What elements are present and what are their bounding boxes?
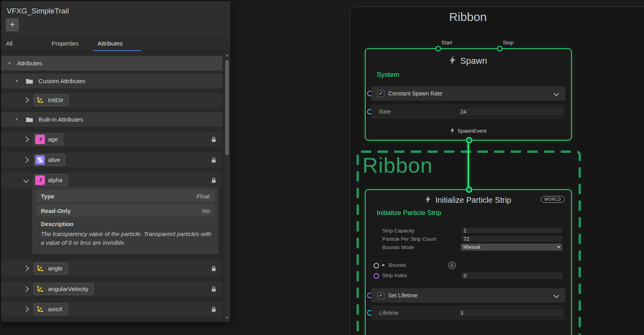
system-name-label[interactable]: Ribbon (362, 153, 433, 177)
attribute-chip[interactable]: alive (34, 154, 65, 166)
float-type-icon: .f (35, 135, 45, 144)
world-space-badge[interactable]: WORLD (541, 196, 565, 203)
type-value: Float (197, 193, 210, 200)
foldout-open-icon[interactable]: ▼ (8, 61, 12, 65)
foldout-open-icon[interactable]: ▼ (15, 79, 19, 83)
tree-row-initdir[interactable]: InitDir (1, 93, 222, 107)
stop-flow-port[interactable] (497, 46, 502, 51)
initialize-context-label: Initialize Particle Strip (377, 209, 441, 217)
rate-label: Rate (379, 108, 391, 115)
bounds-port[interactable] (374, 263, 379, 268)
lock-icon (211, 157, 216, 165)
lock-icon (211, 136, 216, 144)
initialize-particle-strip-node[interactable]: Initialize Particle Strip WORLD Initiali… (365, 189, 572, 335)
dropdown-arrow-icon (557, 246, 560, 248)
particle-per-strip-row: Particle Per Strip Count (371, 235, 565, 243)
scroll-up-icon[interactable]: ▲ (224, 53, 230, 57)
local-space-badge[interactable]: L (448, 261, 456, 269)
tree-row-angular-velocity[interactable]: angularVelocity (1, 282, 222, 296)
root-label: Attributes (17, 60, 42, 67)
tree-row-builtin-attributes[interactable]: ▼ Built-in Attributes (1, 112, 222, 127)
add-button[interactable]: + (6, 19, 19, 31)
rate-input[interactable] (458, 107, 564, 116)
particle-per-strip-label: Particle Per Strip Count (382, 236, 436, 242)
system-context-label: System (377, 71, 399, 79)
expand-chevron-icon[interactable] (23, 97, 29, 103)
spawn-event-label: SpawnEvent (458, 128, 487, 134)
set-lifetime-checkbox[interactable]: ✓ (378, 292, 384, 299)
float-type-icon: .f (35, 175, 45, 185)
attribute-chip[interactable]: axisX (34, 303, 68, 315)
expand-chevron-icon[interactable] (23, 136, 29, 142)
bounds-mode-dropdown[interactable]: Manual (461, 244, 562, 251)
tab-attributes[interactable]: Attributes (98, 36, 123, 51)
strip-index-port[interactable] (374, 273, 379, 279)
strip-capacity-label: Strip Capacity (382, 228, 414, 234)
attribute-chip[interactable]: .f age (34, 133, 63, 145)
readonly-label: Read-Only (41, 207, 71, 214)
vfx-graph-window: Ribbon Ribbon Start Stop Spawn System ✓ … (0, 0, 644, 335)
expander-icon[interactable]: ▶ (382, 263, 385, 267)
graph-title: Ribbon (420, 10, 516, 24)
lightning-icon (450, 55, 456, 67)
tree-row-alive[interactable]: alive (1, 152, 222, 167)
alpha-details-panel: Type Float Read-Only No Description The … (32, 187, 218, 254)
expand-chevron-icon[interactable] (23, 286, 29, 291)
chevron-down-icon[interactable] (554, 293, 559, 298)
set-lifetime-block[interactable]: ✓ Set Lifetime (371, 288, 565, 303)
particle-per-strip-input[interactable] (461, 235, 563, 242)
spawn-node-title: Spawn (460, 56, 487, 66)
attribute-name: age (48, 136, 58, 143)
tree-row-angle[interactable]: angle (1, 261, 222, 276)
chevron-down-icon[interactable] (554, 91, 559, 96)
lock-icon (211, 265, 216, 273)
bounds-label: Bounds (389, 262, 406, 268)
bounds-mode-label: Bounds Mode (382, 244, 414, 250)
lock-icon (211, 177, 216, 185)
tree-row-age[interactable]: .f age (1, 132, 222, 147)
readonly-value: No (202, 207, 210, 214)
tree-row-alpha[interactable]: .f alpha (1, 173, 222, 187)
foldout-open-icon[interactable]: ▼ (15, 117, 19, 122)
attribute-chip[interactable]: InitDir (34, 94, 69, 106)
initialize-input-port[interactable] (466, 187, 472, 193)
builtin-folder-label: Built-in Attributes (38, 116, 83, 123)
divider (369, 257, 568, 257)
start-flow-port[interactable] (435, 46, 441, 51)
expand-chevron-icon[interactable] (23, 265, 29, 271)
tree-row-custom-attributes[interactable]: ▼ Custom Attributes (1, 74, 222, 88)
attribute-name: alpha (48, 177, 63, 183)
axis-type-icon (35, 95, 45, 105)
scroll-down-icon[interactable]: ▼ (224, 316, 230, 320)
constant-spawn-rate-block[interactable]: ✓ Constant Spawn Rate (371, 86, 565, 101)
spawn-output-port[interactable] (466, 137, 472, 143)
tree-row-attributes-root[interactable]: ▼ Attributes (1, 56, 222, 70)
scrollbar[interactable]: ▲ ▼ (224, 51, 230, 322)
attribute-chip[interactable]: angle (34, 263, 68, 274)
axis-type-icon (35, 305, 45, 314)
lifetime-row: Lifetime (371, 306, 565, 320)
tab-all[interactable]: All (6, 36, 13, 51)
lock-icon (211, 306, 216, 314)
collapse-chevron-icon[interactable] (23, 177, 29, 183)
tree-row-axisx[interactable]: axisX (1, 302, 222, 316)
strip-index-row: Strip Index (371, 272, 565, 280)
lifetime-input[interactable] (458, 308, 564, 318)
expand-chevron-icon[interactable] (23, 306, 29, 312)
spawn-node[interactable]: Start Stop Spawn System ✓ Constant Spawn… (365, 48, 572, 141)
strip-capacity-input[interactable] (461, 227, 563, 234)
expand-chevron-icon[interactable] (23, 157, 29, 162)
blackboard-header: VFXG_SimpleTrail + (1, 1, 230, 36)
attribute-chip[interactable]: .f alpha (34, 174, 68, 186)
tab-bar: All Properties Attributes (1, 36, 230, 51)
attribute-chip[interactable]: angularVelocity (34, 283, 94, 295)
flow-edge[interactable] (468, 142, 469, 192)
tab-properties[interactable]: Properties (52, 36, 79, 51)
constant-spawn-rate-checkbox[interactable]: ✓ (378, 90, 384, 97)
type-row: Type Float (36, 190, 215, 202)
axis-type-icon (35, 284, 45, 294)
bounds-row: ▶ Bounds L (371, 261, 565, 270)
scrollbar-thumb[interactable] (225, 60, 229, 155)
strip-index-input[interactable] (461, 272, 563, 280)
readonly-row: Read-Only No (36, 205, 215, 217)
